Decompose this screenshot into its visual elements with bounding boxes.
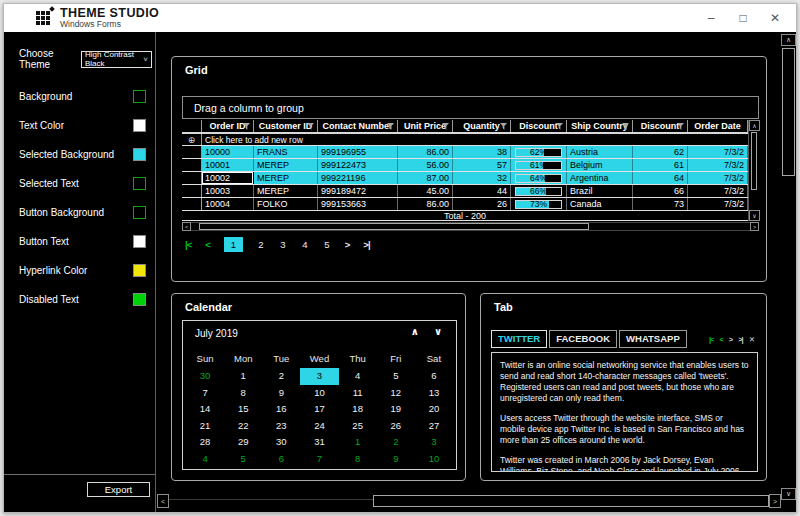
first-tab-icon[interactable]: |<: [709, 335, 713, 344]
calendar-day[interactable]: 16: [262, 401, 300, 418]
color-swatch-button-background[interactable]: [133, 206, 146, 219]
cell-quantity[interactable]: 57: [453, 159, 511, 171]
calendar-next-icon[interactable]: ∨: [434, 326, 442, 337]
scroll-up-icon[interactable]: ∧: [749, 120, 760, 131]
cell-quantity[interactable]: 26: [453, 198, 511, 210]
table-row[interactable]: 10002MEREP99922119687.003264%Argentina64…: [182, 172, 748, 185]
cell-contact-number[interactable]: 999189472: [318, 185, 398, 197]
cell-discount[interactable]: 64: [633, 172, 688, 184]
export-button[interactable]: Export: [87, 482, 150, 497]
calendar-day[interactable]: 4: [339, 368, 377, 385]
calendar-day[interactable]: 4: [186, 451, 224, 468]
pager-first-icon[interactable]: |<: [185, 239, 191, 250]
cell-unit-price[interactable]: 45.00: [398, 185, 453, 197]
color-swatch-selected-background[interactable]: [133, 148, 146, 161]
cell-discount-bar[interactable]: 62%: [511, 146, 567, 158]
tab-facebook[interactable]: FACEBOOK: [549, 330, 617, 348]
column-header-ship-country[interactable]: Ship Country: [567, 120, 633, 132]
grid-horizontal-scrollbar[interactable]: < >: [182, 222, 759, 231]
cell-ship-country[interactable]: Brazil: [567, 185, 633, 197]
column-header-discount[interactable]: Discount: [511, 120, 567, 132]
pager-page-2[interactable]: 2: [257, 239, 265, 250]
main-horizontal-scrollbar[interactable]: < >: [157, 494, 781, 508]
cell-order-date[interactable]: 7/3/2: [688, 172, 748, 184]
pager-page-4[interactable]: 4: [301, 239, 309, 250]
cell-quantity[interactable]: 38: [453, 146, 511, 158]
pager-page-5[interactable]: 5: [323, 239, 331, 250]
calendar-day[interactable]: 5: [377, 368, 415, 385]
calendar-day[interactable]: 3: [415, 434, 453, 451]
column-header-discount[interactable]: Discount: [633, 120, 688, 132]
tab-twitter[interactable]: TWITTER: [491, 330, 547, 348]
cell-contact-number[interactable]: 999221196: [318, 172, 398, 184]
scroll-down-icon[interactable]: ∨: [749, 210, 760, 221]
column-header-contact-number[interactable]: Contact Number: [318, 120, 398, 132]
calendar-day[interactable]: 29: [224, 434, 262, 451]
scroll-right-icon[interactable]: >: [750, 222, 759, 231]
calendar-day[interactable]: 31: [300, 434, 338, 451]
column-header-order-id[interactable]: Order ID: [202, 120, 254, 132]
color-swatch-selected-text[interactable]: [133, 177, 146, 190]
tab-whatsapp[interactable]: WHATSAPP: [619, 330, 687, 348]
calendar-day[interactable]: 26: [377, 418, 415, 435]
pager-page-1[interactable]: 1: [224, 237, 243, 252]
calendar-day[interactable]: 10: [300, 385, 338, 402]
cell-order-date[interactable]: 7/3/2: [688, 185, 748, 197]
group-drop-area[interactable]: Drag a column to group: [182, 96, 759, 119]
cell-order-id[interactable]: 10002: [202, 172, 254, 184]
calendar-day[interactable]: 8: [339, 451, 377, 468]
scroll-down-icon[interactable]: ∨: [781, 488, 796, 500]
color-swatch-disabled-text[interactable]: [133, 293, 146, 306]
pager-last-icon[interactable]: >|: [363, 239, 369, 250]
cell-customer-id[interactable]: FOLKO: [254, 198, 318, 210]
calendar-day[interactable]: 11: [339, 385, 377, 402]
main-hscroll-thumb[interactable]: [373, 495, 769, 507]
cell-unit-price[interactable]: 86.00: [398, 146, 453, 158]
grid-vscroll-thumb[interactable]: [751, 132, 757, 190]
cell-order-id[interactable]: 10003: [202, 185, 254, 197]
color-swatch-background[interactable]: [133, 90, 146, 103]
calendar-day[interactable]: 2: [262, 368, 300, 385]
cell-ship-country[interactable]: Canada: [567, 198, 633, 210]
calendar-day[interactable]: 12: [377, 385, 415, 402]
close-tab-icon[interactable]: ✕: [749, 335, 754, 344]
add-new-row-label[interactable]: Click here to add new row: [202, 134, 748, 145]
next-tab-icon[interactable]: >: [729, 335, 732, 344]
calendar-day[interactable]: 27: [415, 418, 453, 435]
cell-customer-id[interactable]: FRANS: [254, 146, 318, 158]
pager-next-icon[interactable]: >: [345, 239, 350, 250]
main-vscroll-thumb[interactable]: [782, 48, 795, 176]
cell-order-id[interactable]: 10001: [202, 159, 254, 171]
cell-discount-bar[interactable]: 61%: [511, 159, 567, 171]
table-row[interactable]: 10001MEREP99912247356.005761%Belgium617/…: [182, 159, 748, 172]
cell-order-date[interactable]: 7/3/2: [688, 198, 748, 210]
pager-page-3[interactable]: 3: [279, 239, 287, 250]
grid-hscroll-thumb[interactable]: [199, 223, 589, 230]
cell-customer-id[interactable]: MEREP: [254, 172, 318, 184]
calendar-day[interactable]: 20: [415, 401, 453, 418]
cell-customer-id[interactable]: MEREP: [254, 185, 318, 197]
calendar-day[interactable]: 24: [300, 418, 338, 435]
cell-order-date[interactable]: 7/3/2: [688, 146, 748, 158]
minimize-button[interactable]: –: [704, 11, 718, 25]
calendar-day[interactable]: 22: [224, 418, 262, 435]
calendar-day[interactable]: 6: [415, 368, 453, 385]
cell-discount[interactable]: 62: [633, 146, 688, 158]
cell-ship-country[interactable]: Argentina: [567, 172, 633, 184]
cell-customer-id[interactable]: MEREP: [254, 159, 318, 171]
filter-icon[interactable]: [500, 123, 507, 130]
calendar-day[interactable]: 14: [186, 401, 224, 418]
calendar-day[interactable]: 1: [339, 434, 377, 451]
calendar-day[interactable]: 7: [186, 385, 224, 402]
maximize-button[interactable]: □: [736, 11, 750, 25]
cell-contact-number[interactable]: 999153663: [318, 198, 398, 210]
calendar-day[interactable]: 1: [224, 368, 262, 385]
color-swatch-hyperlink-color[interactable]: [133, 264, 146, 277]
scroll-left-icon[interactable]: <: [157, 494, 169, 508]
prev-tab-icon[interactable]: <: [719, 335, 722, 344]
calendar-prev-icon[interactable]: ∧: [411, 326, 419, 337]
calendar-day[interactable]: 9: [377, 451, 415, 468]
calendar-day[interactable]: 25: [339, 418, 377, 435]
calendar-day[interactable]: 13: [415, 385, 453, 402]
calendar-day[interactable]: 17: [300, 401, 338, 418]
